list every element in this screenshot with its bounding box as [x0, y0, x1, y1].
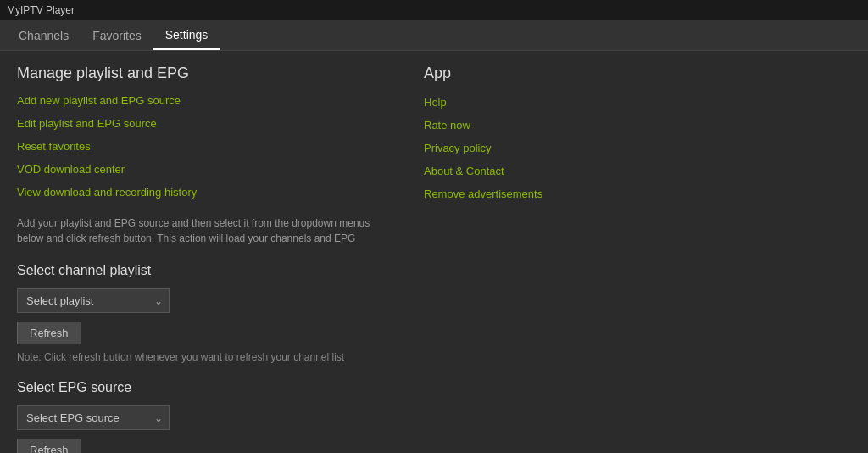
link-remove-ads[interactable]: Remove advertisements	[424, 187, 661, 200]
manage-title: Manage playlist and EPG	[17, 64, 390, 82]
main-content: Manage playlist and EPG Add new playlist…	[0, 51, 868, 453]
description-text: Add your playlist and EPG source and the…	[17, 215, 390, 246]
link-add-playlist[interactable]: Add new playlist and EPG source	[17, 94, 390, 107]
epg-section-title: Select EPG source	[17, 380, 390, 395]
link-vod-download[interactable]: VOD download center	[17, 163, 390, 176]
playlist-refresh-button[interactable]: Refresh	[17, 322, 81, 344]
link-edit-playlist[interactable]: Edit playlist and EPG source	[17, 117, 390, 130]
tab-channels[interactable]: Channels	[7, 22, 81, 49]
link-download-history[interactable]: View download and recording history	[17, 186, 390, 199]
link-reset-favorites[interactable]: Reset favorites	[17, 140, 390, 153]
tab-settings[interactable]: Settings	[153, 21, 220, 50]
nav-bar: Channels Favorites Settings	[0, 20, 868, 51]
title-bar: MyIPTV Player	[0, 0, 868, 20]
app-title: App	[424, 64, 661, 82]
link-privacy-policy[interactable]: Privacy policy	[424, 142, 661, 154]
epg-select[interactable]: Select EPG source	[17, 405, 170, 430]
link-about-contact[interactable]: About & Contact	[424, 165, 661, 177]
playlist-section-title: Select channel playlist	[17, 263, 390, 278]
tab-favorites[interactable]: Favorites	[81, 22, 153, 49]
link-rate-now[interactable]: Rate now	[424, 119, 661, 131]
epg-refresh-button[interactable]: Refresh	[17, 439, 81, 453]
title-bar-text: MyIPTV Player	[7, 4, 75, 16]
right-panel: App Help Rate now Privacy policy About &…	[407, 51, 678, 453]
playlist-note: Note: Click refresh button whenever you …	[17, 351, 390, 363]
playlist-select[interactable]: Select playlist	[17, 288, 170, 313]
epg-select-wrapper: Select EPG source ⌄	[17, 405, 170, 430]
link-help[interactable]: Help	[424, 96, 661, 109]
left-panel: Manage playlist and EPG Add new playlist…	[0, 51, 407, 453]
playlist-select-wrapper: Select playlist ⌄	[17, 288, 170, 313]
